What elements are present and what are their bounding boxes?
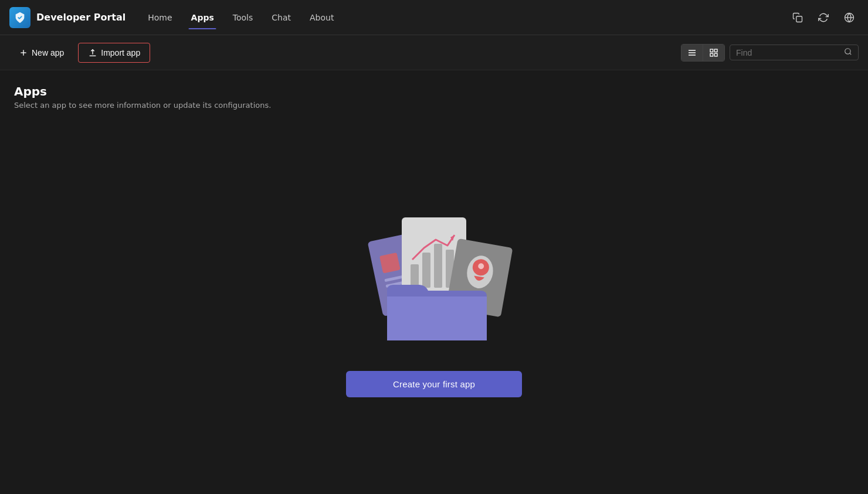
logo-area: Developer Portal bbox=[9, 7, 126, 28]
svg-line-15 bbox=[850, 53, 852, 55]
svg-rect-10 bbox=[710, 49, 713, 52]
header-right bbox=[788, 8, 859, 27]
import-app-button[interactable]: Import app bbox=[78, 43, 150, 63]
nav-item-tools[interactable]: Tools bbox=[225, 9, 262, 26]
search-box bbox=[730, 45, 859, 60]
list-icon bbox=[687, 48, 697, 57]
svg-rect-13 bbox=[714, 53, 717, 56]
svg-rect-12 bbox=[710, 53, 713, 56]
section-title: Apps bbox=[14, 84, 854, 98]
svg-rect-25 bbox=[422, 253, 430, 288]
search-icon[interactable] bbox=[844, 47, 852, 57]
toolbar: New app Import app bbox=[0, 35, 868, 70]
nav-item-home[interactable]: Home bbox=[140, 9, 180, 26]
svg-rect-11 bbox=[714, 49, 717, 52]
header: Developer Portal Home Apps Tools Chat Ab… bbox=[0, 0, 868, 35]
svg-rect-26 bbox=[434, 244, 442, 288]
globe-icon-btn[interactable] bbox=[840, 8, 859, 27]
svg-rect-24 bbox=[411, 264, 419, 288]
svg-point-14 bbox=[845, 49, 850, 54]
logo-icon bbox=[9, 7, 30, 28]
nav-item-about[interactable]: About bbox=[301, 9, 342, 26]
refresh-icon-btn[interactable] bbox=[814, 8, 833, 27]
main-nav: Home Apps Tools Chat About bbox=[140, 9, 788, 26]
upload-icon bbox=[88, 48, 97, 57]
portal-title: Developer Portal bbox=[36, 12, 126, 23]
svg-rect-17 bbox=[379, 252, 401, 273]
grid-icon bbox=[709, 48, 718, 57]
list-view-button[interactable] bbox=[681, 45, 703, 61]
nav-item-apps[interactable]: Apps bbox=[183, 9, 222, 26]
svg-rect-0 bbox=[796, 16, 802, 22]
apps-illustration bbox=[340, 188, 528, 352]
copy-icon-btn[interactable] bbox=[788, 8, 807, 27]
grid-view-button[interactable] bbox=[703, 45, 724, 61]
view-toggle bbox=[681, 44, 725, 62]
nav-item-chat[interactable]: Chat bbox=[263, 9, 299, 26]
new-app-label: New app bbox=[32, 48, 64, 57]
main-content: Apps Select an app to see more informati… bbox=[0, 70, 868, 494]
search-input[interactable] bbox=[736, 48, 839, 57]
empty-state: Create your first app bbox=[14, 105, 854, 480]
create-first-app-button[interactable]: Create your first app bbox=[346, 371, 522, 397]
new-app-button[interactable]: New app bbox=[9, 43, 73, 62]
import-app-label: Import app bbox=[101, 48, 140, 57]
plus-icon bbox=[19, 48, 28, 57]
